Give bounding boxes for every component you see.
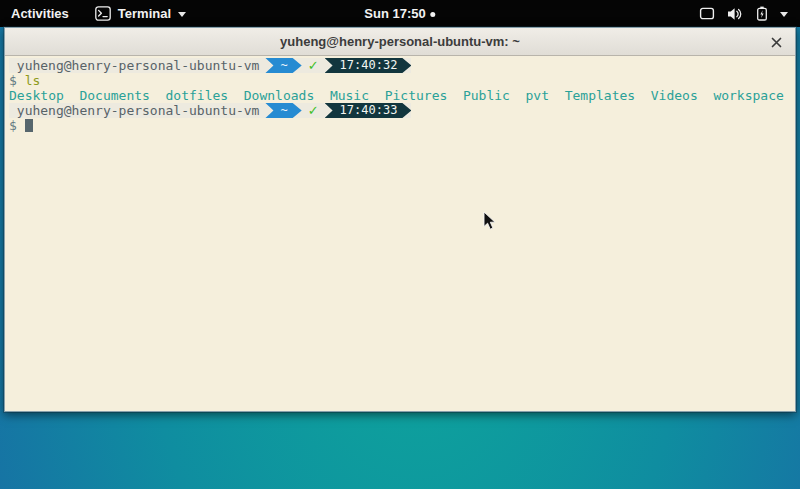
prompt-time-segment: 17:40:32 [325, 58, 412, 73]
close-icon [771, 37, 782, 48]
ls-output-line: DesktopDocumentsdotfilesDownloadsMusicPi… [9, 88, 795, 103]
input-line: $ [9, 118, 795, 133]
check-icon: ✓ [308, 103, 319, 118]
terminal-icon [95, 6, 111, 21]
display-icon [699, 7, 715, 20]
prompt-line: yuheng@henry-personal-ubuntu-vm ~ ✓ 17:4… [9, 103, 795, 118]
directory-name: Pictures [385, 88, 448, 103]
terminal-window: yuheng@henry-personal-ubuntu-vm: ~ yuhen… [4, 27, 796, 412]
system-status-area[interactable] [699, 0, 800, 27]
chevron-down-icon [780, 12, 788, 17]
app-menu[interactable]: Terminal [95, 6, 186, 21]
prompt-user-host: yuheng@henry-personal-ubuntu-vm [17, 58, 260, 73]
directory-name: Downloads [244, 88, 314, 103]
notification-dot [431, 12, 436, 17]
volume-icon [727, 7, 744, 21]
prompt-segments: yuheng@henry-personal-ubuntu-vm ~ ✓ 17:4… [9, 103, 411, 118]
prompt-user-host: yuheng@henry-personal-ubuntu-vm [17, 103, 260, 118]
activities-button[interactable]: Activities [11, 6, 69, 21]
directory-name: dotfiles [166, 88, 229, 103]
clock-label: Sun 17:50 [364, 6, 425, 21]
text-cursor-block [25, 119, 33, 132]
window-titlebar[interactable]: yuheng@henry-personal-ubuntu-vm: ~ [5, 28, 795, 56]
prompt-segments: yuheng@henry-personal-ubuntu-vm ~ ✓ 17:4… [9, 58, 411, 73]
app-menu-label: Terminal [118, 6, 171, 21]
prompt-time-segment: 17:40:33 [325, 103, 412, 118]
directory-name: workspace [713, 88, 783, 103]
window-title: yuheng@henry-personal-ubuntu-vm: ~ [280, 34, 520, 49]
close-button[interactable] [766, 32, 786, 52]
typed-command: ls [25, 73, 41, 88]
clock-button[interactable]: Sun 17:50 [364, 0, 435, 27]
battery-charging-icon [756, 6, 768, 21]
prompt-symbol: $ [9, 73, 17, 88]
directory-name: Templates [565, 88, 635, 103]
directory-name: Public [463, 88, 510, 103]
directory-name: pvt [526, 88, 549, 103]
prompt-path-segment: ~ [265, 103, 301, 118]
directory-name: Videos [651, 88, 698, 103]
top-bar: Activities Terminal Sun 17:50 [0, 0, 800, 27]
command-line: $ ls [9, 73, 795, 88]
check-icon: ✓ [308, 58, 319, 73]
prompt-path-segment: ~ [265, 58, 301, 73]
directory-name: Music [330, 88, 369, 103]
directory-name: Documents [79, 88, 149, 103]
top-bar-left: Activities Terminal [11, 6, 186, 21]
prompt-line: yuheng@henry-personal-ubuntu-vm ~ ✓ 17:4… [9, 58, 795, 73]
prompt-symbol: $ [9, 118, 17, 133]
terminal-output-area[interactable]: yuheng@henry-personal-ubuntu-vm ~ ✓ 17:4… [5, 56, 795, 411]
chevron-down-icon [178, 12, 186, 17]
directory-name: Desktop [9, 88, 64, 103]
